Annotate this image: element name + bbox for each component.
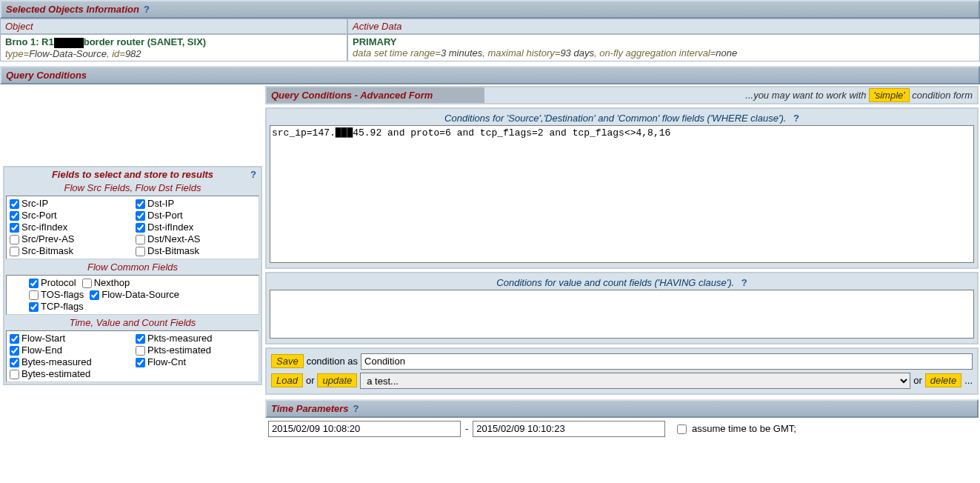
help-icon[interactable]: ? (793, 113, 799, 124)
advanced-title: Query Conditions - Advanced Form (267, 87, 484, 103)
src-field-checkbox[interactable] (10, 211, 19, 221)
save-load-section: Save condition as Load or update a test.… (265, 347, 979, 395)
src-field-checkbox[interactable] (10, 247, 19, 256)
time-from-input[interactable] (268, 421, 461, 437)
having-section: Conditions for value and count fields ('… (265, 272, 979, 344)
time-subhead: Time, Value and Count Fields (4, 316, 261, 329)
common-grid: ProtocolNexthopTOS-flagsFlow-Data-Source… (6, 275, 259, 315)
time-grid: Flow-StartFlow-EndBytes-measuredBytes-es… (6, 330, 259, 382)
src-field-checkbox[interactable] (10, 223, 19, 233)
time-field[interactable]: Flow-Start (10, 333, 130, 344)
where-textarea[interactable] (270, 125, 974, 263)
query-conditions-header: Query Conditions (0, 66, 980, 84)
time-field[interactable]: Bytes-measured (10, 356, 130, 368)
active-cell: PRIMARY data set time range=3 minutes, m… (347, 34, 980, 61)
dst-field[interactable]: Dst-Port (136, 210, 256, 221)
advanced-header-row: Query Conditions - Advanced Form ...you … (265, 86, 979, 104)
time-field-checkbox[interactable] (136, 346, 145, 356)
redacted-block (54, 38, 84, 48)
help-icon[interactable]: ? (353, 403, 359, 414)
time-field-checkbox[interactable] (136, 358, 145, 367)
src-field[interactable]: Src-IP (10, 198, 130, 210)
time-params-title: Time Parameters (271, 403, 349, 414)
time-field[interactable]: Bytes-estimated (10, 368, 130, 380)
common-field[interactable]: TCP-flags (29, 301, 84, 313)
active-primary: PRIMARY (353, 36, 975, 47)
time-field-checkbox[interactable] (10, 334, 19, 344)
gmt-checkbox-label[interactable]: assume time to be GMT; (677, 423, 796, 435)
gmt-checkbox[interactable] (677, 424, 687, 434)
common-field[interactable]: TOS-flags (29, 289, 84, 301)
update-button[interactable]: update (317, 373, 357, 387)
query-conditions-title: Query Conditions (6, 70, 87, 81)
help-icon[interactable]: ? (250, 169, 256, 180)
time-to-input[interactable] (473, 421, 665, 437)
src-field-checkbox[interactable] (10, 235, 19, 244)
object-cell: Brno 1: R1border router (SANET, SIX) typ… (0, 34, 347, 61)
switch-hint: ...you may want to work with 'simple' co… (741, 87, 977, 103)
simple-switch-button[interactable]: 'simple' (869, 88, 910, 102)
common-field-checkbox[interactable] (90, 290, 99, 300)
delete-button[interactable]: delete (925, 373, 961, 387)
fields-to-select-box: Fields to select and store to results ? … (3, 166, 262, 386)
time-params-header: Time Parameters ? (265, 399, 979, 418)
dst-field[interactable]: Dst-ifIndex (136, 221, 256, 233)
time-field-checkbox[interactable] (136, 334, 145, 344)
having-label-text: Conditions for value and count fields ('… (496, 277, 734, 288)
common-field-checkbox[interactable] (29, 290, 39, 300)
time-field[interactable]: Flow-End (10, 344, 130, 356)
time-row: - assume time to be GMT; (265, 418, 979, 440)
dst-field-checkbox[interactable] (136, 247, 145, 256)
time-field[interactable]: Pkts-estimated (136, 344, 256, 356)
condition-name-input[interactable] (361, 353, 973, 370)
time-field-checkbox[interactable] (10, 358, 19, 367)
where-label-text: Conditions for 'Source','Destination' an… (444, 113, 786, 124)
src-field[interactable]: Src-ifIndex (10, 221, 130, 233)
selected-objects-title: Selected Objects Information (6, 4, 139, 15)
load-button[interactable]: Load (271, 373, 303, 387)
src-field-checkbox[interactable] (10, 199, 19, 209)
object-col-header: Object (0, 19, 347, 34)
dst-field-checkbox[interactable] (136, 199, 145, 209)
fields-title: Fields to select and store to results (52, 169, 213, 180)
dst-field[interactable]: Dst/Next-AS (136, 233, 256, 245)
dst-field-checkbox[interactable] (136, 235, 145, 244)
common-field[interactable]: Protocol (29, 277, 76, 289)
object-name-pre: Brno 1: R1 (5, 36, 54, 47)
common-field[interactable]: Nexthop (82, 277, 130, 289)
src-field[interactable]: Src-Bitmask (10, 245, 130, 257)
time-field-checkbox[interactable] (10, 346, 19, 356)
src-field[interactable]: Src-Port (10, 210, 130, 221)
object-name-post: border router (SANET, SIX) (84, 36, 206, 47)
help-icon[interactable]: ? (144, 4, 150, 15)
dst-field[interactable]: Dst-IP (136, 198, 256, 210)
time-field[interactable]: Flow-Cnt (136, 356, 256, 368)
dst-field[interactable]: Dst-Bitmask (136, 245, 256, 257)
time-field-checkbox[interactable] (10, 370, 19, 379)
common-field-checkbox[interactable] (29, 279, 39, 288)
dst-field-checkbox[interactable] (136, 223, 145, 233)
help-icon[interactable]: ? (741, 277, 747, 288)
having-textarea[interactable] (270, 290, 974, 339)
common-field[interactable]: Flow-Data-Source (90, 289, 179, 301)
where-section: Conditions for 'Source','Destination' an… (265, 107, 979, 269)
dst-field-checkbox[interactable] (136, 211, 145, 221)
common-subhead: Flow Common Fields (4, 261, 261, 273)
src-field[interactable]: Src/Prev-AS (10, 233, 130, 245)
condition-select[interactable]: a test... (360, 373, 910, 389)
save-button[interactable]: Save (271, 354, 304, 368)
src-dst-subhead: Flow Src Fields, Flow Dst Fields (4, 181, 261, 194)
selected-objects-header: Selected Objects Information ? (0, 0, 980, 19)
active-col-header: Active Data (347, 19, 980, 34)
common-field-checkbox[interactable] (29, 302, 39, 312)
time-dash: - (465, 423, 468, 434)
common-field-checkbox[interactable] (82, 279, 92, 288)
src-dst-grid: Src-IPSrc-PortSrc-ifIndexSrc/Prev-ASSrc-… (6, 196, 259, 259)
time-field[interactable]: Pkts-measured (136, 333, 256, 344)
